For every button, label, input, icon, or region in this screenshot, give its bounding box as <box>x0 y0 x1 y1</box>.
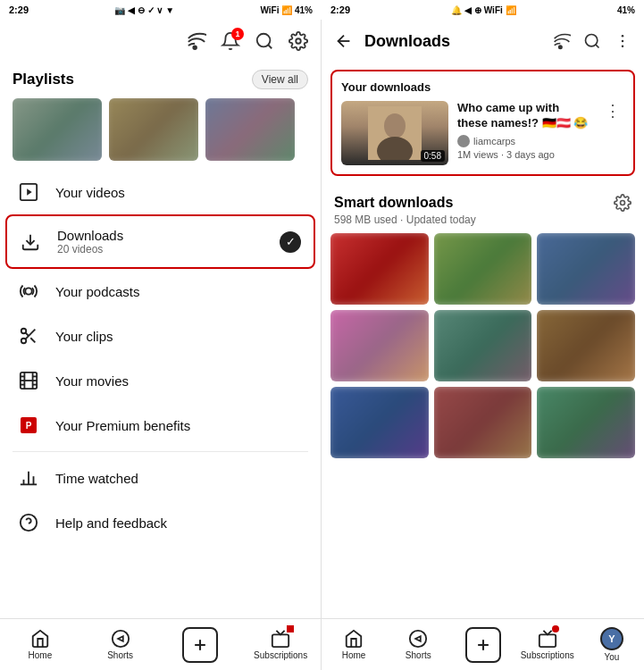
nav-subscriptions-label-right: Subscriptions <box>521 650 574 660</box>
add-button-right[interactable] <box>465 627 501 663</box>
shorts-icon-right <box>408 629 428 649</box>
featured-video-thumb[interactable]: 0:58 <box>341 101 448 165</box>
status-time-left: 2:29 <box>9 4 29 15</box>
nav-shorts-left[interactable]: Shorts <box>80 629 161 660</box>
sidebar-item-downloads[interactable]: Downloads 20 videos ✓ <box>5 214 315 269</box>
nav-subscriptions-label-left: Subscriptions <box>254 650 307 660</box>
downloads-grid <box>322 233 644 618</box>
status-icons-right: 🔔 ◀ ⊕ WiFi 📶 <box>451 5 515 15</box>
grid-thumb-8[interactable] <box>434 387 532 458</box>
cast-button-right[interactable] <box>553 32 571 50</box>
left-bottom-nav: Home Shorts <box>0 618 321 670</box>
nav-home-label-left: Home <box>29 650 53 660</box>
svg-point-1 <box>257 34 271 47</box>
notifications-button[interactable]: 1 <box>221 31 240 51</box>
sidebar-label-help: Help and feedback <box>55 515 303 531</box>
nav-home-left[interactable]: Home <box>0 629 80 660</box>
svg-point-2 <box>296 38 301 44</box>
svg-line-11 <box>25 332 29 336</box>
back-button[interactable] <box>334 31 354 51</box>
grid-thumb-7[interactable] <box>330 387 429 458</box>
subscriptions-badge-left <box>287 625 294 632</box>
grid-thumb-9[interactable] <box>537 387 635 458</box>
subscriptions-badge-right <box>552 625 559 632</box>
featured-video-row[interactable]: 0:58 Who came up with these names!? 🇩🇪🇦🇹… <box>341 101 624 165</box>
status-icons-left: 📷 ◀ ⊖ ✓ ∨ ▼ <box>114 5 174 15</box>
svg-point-30 <box>586 35 598 46</box>
nav-you-label-right: You <box>604 652 619 662</box>
help-icon <box>18 512 39 533</box>
playlist-thumb-3[interactable] <box>205 98 295 161</box>
grid-thumb-6[interactable] <box>537 310 635 381</box>
film-icon <box>18 370 39 391</box>
nav-subscriptions-right[interactable]: Subscriptions <box>515 629 580 660</box>
svg-line-10 <box>30 338 35 342</box>
status-time-right: 2:29 <box>330 4 350 15</box>
you-avatar-icon: Y <box>600 627 623 650</box>
grid-thumb-1[interactable] <box>330 233 429 305</box>
downloads-page-title: Downloads <box>364 32 542 51</box>
podcast-icon <box>18 281 39 302</box>
sidebar-item-podcasts[interactable]: Your podcasts <box>5 269 315 314</box>
sidebar-item-your-videos[interactable]: Your videos <box>5 170 315 214</box>
grid-thumb-4[interactable] <box>330 310 429 381</box>
search-button-right[interactable] <box>583 32 601 50</box>
featured-video-info: Who came up with these names!? 🇩🇪🇦🇹 😂 li… <box>457 101 592 160</box>
svg-point-33 <box>622 46 624 48</box>
sidebar-label-your-videos: Your videos <box>55 185 303 200</box>
subscriptions-icon-left <box>271 629 290 649</box>
svg-marker-4 <box>27 188 32 195</box>
downloads-grid-row-3 <box>330 387 635 458</box>
grid-thumb-3[interactable] <box>537 233 635 305</box>
subscriptions-icon-right <box>538 629 557 649</box>
nav-home-right[interactable]: Home <box>322 629 386 660</box>
sidebar-item-time-watched[interactable]: Time watched <box>5 456 315 500</box>
playlist-thumb-2[interactable] <box>109 98 198 161</box>
svg-point-7 <box>21 329 27 334</box>
grid-thumb-5[interactable] <box>434 310 532 381</box>
nav-add-right[interactable] <box>450 627 514 663</box>
svg-point-8 <box>21 339 27 344</box>
sidebar-item-clips[interactable]: Your clips <box>5 314 315 358</box>
nav-add-left[interactable] <box>161 627 241 663</box>
download-icon <box>20 231 41 253</box>
sidebar-label-clips: Your clips <box>55 329 303 344</box>
downloads-grid-row-1 <box>330 233 635 305</box>
sidebar-label-movies: Your movies <box>55 373 303 389</box>
sidebar-text-downloads: Downloads 20 videos <box>57 228 263 255</box>
sidebar-label-podcasts: Your podcasts <box>55 284 303 299</box>
settings-button[interactable] <box>289 31 308 51</box>
nav-shorts-label-left: Shorts <box>107 650 133 660</box>
smart-downloads-settings[interactable] <box>614 194 631 212</box>
view-all-button[interactable]: View all <box>252 70 308 89</box>
nav-shorts-right[interactable]: Shorts <box>386 629 450 660</box>
sidebar-item-movies[interactable]: Your movies <box>5 358 315 403</box>
nav-subscriptions-left[interactable]: Subscriptions <box>240 629 321 660</box>
svg-point-35 <box>384 113 406 138</box>
sidebar-item-help[interactable]: Help and feedback <box>5 500 315 545</box>
sidebar-item-premium[interactable]: P Your Premium benefits <box>5 403 315 448</box>
scissors-icon <box>18 325 39 347</box>
featured-video-title: Who came up with these names!? 🇩🇪🇦🇹 😂 <box>457 101 592 131</box>
nav-you-right[interactable]: Y You <box>580 627 644 662</box>
smart-downloads-header: Smart downloads <box>322 183 644 214</box>
playlists-title: Playlists <box>13 71 74 88</box>
grid-thumb-2[interactable] <box>434 233 532 305</box>
svg-point-31 <box>622 35 624 38</box>
menu-list: Your videos Downloads 20 videos ✓ <box>0 170 321 618</box>
playlist-thumb-1[interactable] <box>13 98 102 161</box>
video-stats: 1M views · 3 days ago <box>457 149 592 160</box>
cast-button[interactable] <box>187 31 206 51</box>
play-square-icon <box>18 181 39 203</box>
svg-point-29 <box>559 46 562 48</box>
status-battery-right: 41% <box>617 5 635 15</box>
smart-downloads-title: Smart downloads <box>334 195 453 211</box>
shorts-icon-left <box>111 629 130 649</box>
svg-point-37 <box>621 201 625 205</box>
video-more-button[interactable]: ⋮ <box>601 101 624 121</box>
notification-badge: 1 <box>231 28 244 40</box>
more-menu-button[interactable] <box>614 32 631 50</box>
add-button-left[interactable] <box>182 627 218 663</box>
right-header: Downloads <box>322 20 644 63</box>
search-button-left[interactable] <box>255 31 274 51</box>
